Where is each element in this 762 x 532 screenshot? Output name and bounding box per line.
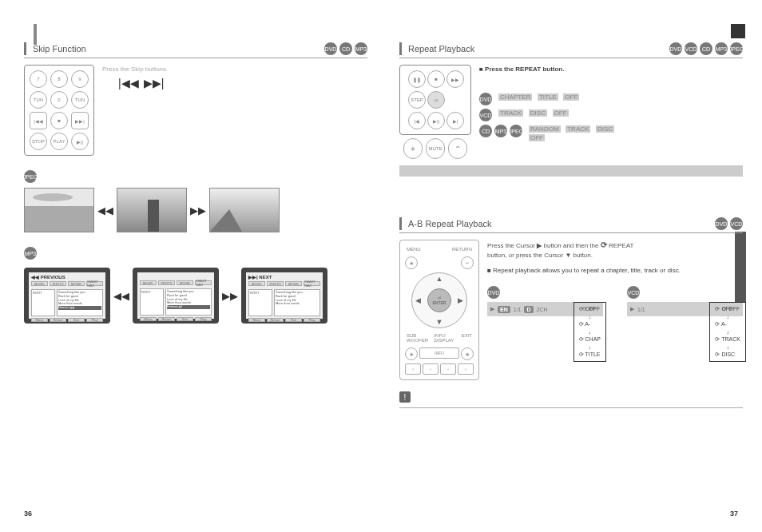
thumb-3: [209, 188, 280, 232]
next-label: ▶▶| NEXT: [246, 272, 323, 280]
remote-pause[interactable]: ▶||: [71, 133, 89, 150]
disc-badges: DVD CD MP3: [324, 42, 367, 55]
remote-9[interactable]: 9: [71, 70, 89, 88]
enter-btn[interactable]: ⏎ENTER: [427, 288, 451, 312]
skip-back-icon: |◀◀: [118, 77, 139, 89]
row-vcd: VCD: [479, 109, 492, 121]
section-header-repeat: Repeat Playback DVD VCD CD MP3 JPEG: [399, 40, 743, 58]
menu-screen-prev: ◀◀ PREVIOUS MUSIC PHOTO MOVIE SMART NAVI…: [24, 268, 110, 324]
remote-tune2[interactable]: TUN: [71, 91, 89, 109]
badge-cd: CD: [339, 42, 352, 55]
exit-btn[interactable]: ◉: [461, 347, 474, 360]
remote-stop-r[interactable]: ■: [427, 70, 445, 88]
remote-repeat[interactable]: ⟳: [427, 91, 445, 109]
skip-instruction: Press the Skip buttons.: [102, 65, 367, 73]
file-list-1: Something like you Back for good Love of…: [57, 289, 103, 316]
remote-fast-r[interactable]: ▶▶: [446, 70, 464, 88]
page-left: Skip Function DVD CD MP3 7 8 9 TUN 0 TUN…: [24, 0, 367, 532]
remote-step-r[interactable]: STEP: [408, 91, 426, 109]
remote-numeric: 7 8 9 TUN 0 TUN |◀◀ ■ ▶▶| STOP PLAY ▶||: [24, 65, 94, 156]
badge-jpeg-r: JPEG: [730, 42, 743, 55]
mute[interactable]: MUTE: [426, 138, 445, 159]
ch-up[interactable]: ⌃: [448, 138, 467, 159]
ab-vcd: VCD: [730, 217, 743, 230]
remote-skip-f[interactable]: ▶|: [446, 112, 464, 129]
row-mp3: MP3: [494, 125, 507, 137]
tab-navi: SMART NAVI: [86, 281, 103, 286]
skip-fwd-icon: ▶▶|: [144, 77, 165, 89]
footer-line: [399, 407, 743, 408]
dpad-down-icon[interactable]: ▼: [436, 318, 443, 326]
menu-screen-next: ▶▶| NEXT MUSIC PHOTO MOVIE SMART NAVI RO…: [241, 268, 327, 324]
ab-step1: Press the Cursor ▶ button and then the ⟳…: [487, 240, 743, 260]
remote-prev[interactable]: |◀◀: [30, 112, 47, 129]
screen-strip: ◀◀ PREVIOUS MUSIC PHOTO MOVIE SMART NAVI…: [24, 268, 367, 324]
thumb-2: [117, 188, 187, 232]
dpad-right-icon[interactable]: ▶: [458, 296, 463, 304]
section-title: Skip Function: [33, 44, 318, 54]
dpad-left-icon[interactable]: ◀: [415, 296, 421, 304]
file-list-2: Something like you Back for good Love of…: [165, 288, 212, 316]
badge-vcd-r: VCD: [685, 42, 697, 55]
flow-dvd: ⟳ OFF ↓ ⟳ A- ↓ ⟳ CHAP ↓ ⟳ TITLE: [573, 302, 606, 362]
page-number-right: 37: [730, 510, 738, 518]
remote-next[interactable]: ▶▶|: [71, 112, 89, 129]
skip-row: 7 8 9 TUN 0 TUN |◀◀ ■ ▶▶| STOP PLAY ▶|| …: [24, 65, 367, 156]
menu-screen-mid: MUSIC PHOTO MOVIE SMART NAVI ROOT Someth…: [133, 268, 219, 324]
remote-skip-b[interactable]: |◀: [408, 112, 426, 129]
remote-play[interactable]: PLAY: [50, 133, 68, 150]
remote-tune[interactable]: TUN: [30, 91, 47, 109]
section-bar: [24, 42, 26, 55]
arrow-next-1: ▶▶: [190, 204, 206, 216]
gray-divider: [399, 165, 743, 177]
page-number-left: 36: [24, 510, 32, 518]
dpad[interactable]: ▲ ▼ ◀ ▶ ⏎ENTER: [411, 272, 467, 328]
return-btn[interactable]: ↩: [461, 256, 474, 269]
remote-nav: MENURETURN ◉↩ ▲ ▼ ◀ ▶ ⏎ENTER SUB WOOFERI…: [399, 240, 479, 380]
prev-label: ◀◀ PREVIOUS: [29, 272, 105, 280]
file-list-3: Something like you Back for good Love of…: [274, 289, 320, 316]
remote-8[interactable]: 8: [50, 70, 68, 88]
remote-playback: ❚❚ ■ ▶▶ STEP ⟳ |◀ ▶|| ▶|: [399, 65, 471, 135]
page-right: Repeat Playback DVD VCD CD MP3 JPEG ❚❚ ■…: [399, 0, 743, 532]
badge-dvd-r: DVD: [669, 42, 682, 55]
arrow-next-2: ▶▶: [222, 290, 238, 302]
badge-jpeg-note: JPEG: [24, 170, 37, 183]
section-header-skip: Skip Function DVD CD MP3: [24, 40, 367, 58]
arrow-prev-2: ◀◀: [113, 290, 129, 302]
image-strip: ◀◀ ▶▶: [24, 188, 367, 232]
subw-btn[interactable]: ◉: [405, 347, 418, 360]
tab-movie: MOVIE: [68, 281, 85, 286]
remote-7[interactable]: 7: [30, 70, 47, 88]
tab-music: MUSIC: [31, 281, 48, 286]
remote-stop[interactable]: STOP: [30, 133, 47, 150]
dpad-up-icon[interactable]: ▲: [436, 275, 443, 283]
vol-up[interactable]: +: [403, 138, 423, 159]
badge-dvd: DVD: [324, 42, 337, 55]
row-cd: CD: [479, 125, 492, 137]
badge-mp3: MP3: [355, 42, 367, 55]
badge-mp3-r: MP3: [715, 42, 728, 55]
badge-cd-r: CD: [700, 42, 712, 55]
remote-pause-r[interactable]: ❚❚: [408, 70, 426, 88]
badge-mp3-note: MP3: [24, 247, 37, 260]
flow-vcd: ⟳ OFF ↓ ⟳ A- ↓ ⟳ TRACK ↓ ⟳ DISC: [709, 302, 746, 362]
row-dvd: DVD: [479, 93, 492, 105]
row-jpeg: JPEG: [510, 125, 522, 137]
notice-icon: !: [399, 391, 411, 403]
thumb-1: [24, 188, 94, 232]
flow-dvd-badge: DVD: [487, 286, 500, 299]
ab-dvd: DVD: [715, 217, 728, 230]
flow-vcd-badge: VCD: [627, 286, 640, 299]
info-btn[interactable]: INFO: [419, 347, 459, 359]
section-header-ab: A-B Repeat Playback DVD VCD: [399, 215, 743, 233]
remote-play-r[interactable]: ▶||: [427, 112, 445, 129]
menu-btn[interactable]: ◉: [405, 256, 418, 269]
arrow-prev-1: ◀◀: [97, 204, 113, 216]
remote-0[interactable]: 0: [50, 91, 68, 109]
remote-stop-small[interactable]: ■: [50, 112, 68, 129]
folder-root: ROOT: [31, 289, 55, 316]
tab-photo: PHOTO: [50, 281, 66, 286]
